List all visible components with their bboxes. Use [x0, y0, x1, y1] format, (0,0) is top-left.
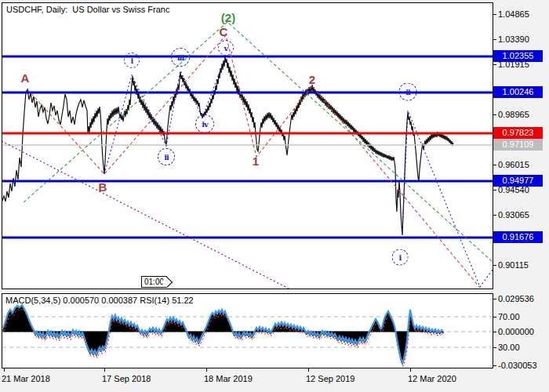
indicator-axis-label: 70.00	[498, 312, 520, 321]
chart-title: USDCHF, Daily: US Dollar vs Swiss Franc	[6, 5, 169, 14]
date-axis-label: 12 Mar 2020	[408, 374, 456, 383]
wave-label-2[interactable]: (2)	[221, 11, 235, 24]
indicator-axis-label: 30.00	[498, 343, 520, 352]
price-axis-tick	[493, 165, 496, 165]
date-axis-tick	[104, 368, 105, 372]
indicator-axis-tick	[493, 332, 496, 332]
price-axis-label: 0.96015	[498, 160, 529, 169]
date-axis-label: 12 Sep 2019	[306, 374, 354, 383]
circled-wave-label-i[interactable]: i	[392, 249, 409, 266]
price-axis-tick	[493, 215, 496, 216]
price-axis-label: 0.98965	[498, 110, 529, 119]
date-axis-label: 17 Sep 2018	[102, 374, 151, 383]
circled-wave-label-v[interactable]: v	[218, 40, 234, 56]
date-axis-label: 21 Mar 2018	[2, 374, 50, 383]
circled-wave-label-iii[interactable]: iii	[171, 48, 190, 67]
circled-wave-label-ii[interactable]: ii	[158, 148, 175, 165]
wave-label-1[interactable]: 1	[253, 154, 259, 168]
price-axis-tick	[493, 265, 496, 266]
time-tag: 01:00	[141, 276, 167, 288]
macd-indicator-label: MACD(5,34,5) 0.000570 0.000387 RSI(14) 5…	[5, 296, 194, 305]
wave-label-B[interactable]: B	[99, 180, 107, 194]
price-level-badge: 0.97823	[493, 127, 543, 139]
wave-label-2[interactable]: 2	[309, 73, 315, 86]
circled-wave-label-ii[interactable]: ii	[399, 83, 417, 101]
wave-label-C[interactable]: C	[220, 25, 228, 38]
indicator-axis-tick	[493, 317, 496, 318]
date-axis-tick	[206, 368, 207, 372]
trading-terminal-chart: USDCHF, Daily: US Dollar vs Swiss Franc …	[0, 0, 549, 392]
date-axis-tick	[4, 368, 5, 372]
price-axis-label: 1.03390	[498, 34, 529, 44]
indicator-axis-tick	[493, 365, 496, 366]
indicator-axis-label: -0.030053	[498, 361, 537, 370]
circled-wave-label-i[interactable]: i	[124, 53, 140, 68]
price-axis-label: 1.04865	[498, 9, 529, 19]
price-chart-panel[interactable]	[2, 2, 493, 289]
price-axis-tick	[493, 190, 496, 191]
price-level-badge: 0.97109	[493, 139, 543, 151]
price-axis-tick	[493, 114, 496, 115]
circled-wave-label-iv[interactable]: iv	[195, 114, 214, 133]
indicator-axis-tick	[493, 299, 496, 299]
price-level-badge: 0.94977	[493, 175, 543, 187]
indicator-axis-label: 0.029536	[498, 294, 534, 303]
price-axis-tick	[493, 64, 496, 65]
date-axis-tick	[308, 368, 309, 372]
price-level-badge: 1.00246	[493, 86, 543, 98]
indicator-axis-tick	[493, 347, 496, 348]
price-axis-tick	[493, 39, 496, 40]
date-axis-tick	[410, 368, 411, 372]
price-level-badge: 1.02355	[493, 50, 543, 62]
price-axis-label: 0.93065	[498, 210, 529, 220]
wave-label-A[interactable]: A	[21, 71, 30, 85]
date-axis-label: 18 Mar 2019	[204, 374, 253, 383]
indicator-axis-label: 0.000000	[498, 327, 534, 336]
price-axis-label: 0.90115	[498, 260, 529, 270]
price-level-badge: 0.91676	[493, 231, 543, 243]
price-axis-tick	[493, 14, 496, 15]
